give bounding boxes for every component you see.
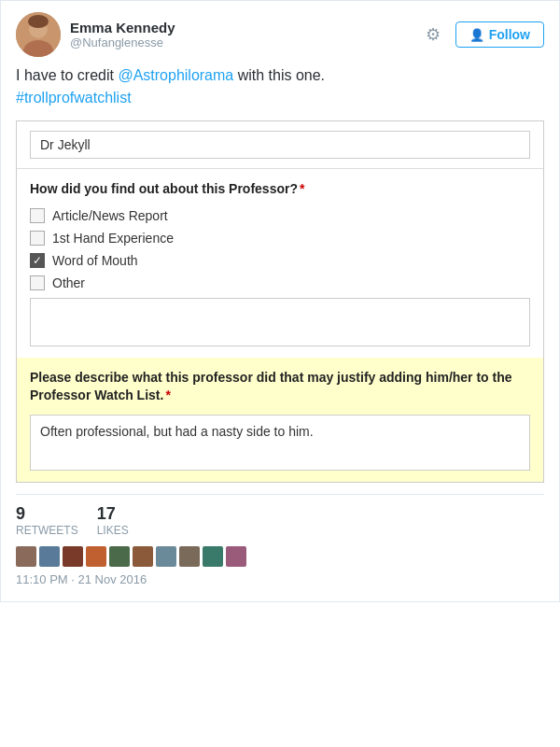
liker-avatar-2[interactable] [39, 546, 60, 567]
form-highlight-section: Please describe what this professor did … [17, 358, 543, 482]
form-other-textarea[interactable] [30, 298, 530, 346]
likes-count: 17 [97, 504, 129, 524]
tweet-text-part2: with this one. [233, 67, 325, 83]
checkbox-wordofmouth-label: Word of Mouth [52, 253, 138, 268]
username[interactable]: @Nufanglenesse [70, 35, 175, 49]
checkbox-firsthand-box[interactable] [30, 231, 45, 246]
liker-avatar-1[interactable] [16, 546, 36, 567]
liker-avatar-6[interactable] [133, 546, 153, 567]
follow-label: Follow [489, 27, 530, 42]
checkbox-firsthand-label: 1st Hand Experience [52, 231, 174, 246]
checkbox-wordofmouth-box[interactable]: ✓ [30, 253, 45, 268]
svg-point-3 [28, 15, 49, 28]
tweet-container: Emma Kennedy @Nufanglenesse ⚙ 👤 Follow I… [0, 0, 560, 602]
checkbox-article-box[interactable] [30, 208, 45, 223]
form-question2: Please describe what this professor did … [30, 369, 530, 405]
liker-avatar-5[interactable] [109, 546, 130, 567]
liker-avatar-7[interactable] [156, 546, 176, 567]
liker-avatar-8[interactable] [179, 546, 200, 567]
footer-bottom [16, 546, 544, 567]
retweets-label: RETWEETS [16, 524, 78, 537]
tweet-hashtag[interactable]: #trollprofwatchlist [16, 90, 132, 106]
tweet-timestamp: 11:10 PM · 21 Nov 2016 [16, 567, 544, 592]
checkbox-other-label: Other [52, 275, 85, 290]
form-name-section: Dr Jekyll [17, 121, 543, 169]
follow-button[interactable]: 👤 Follow [455, 21, 544, 48]
likes-label: LIKES [97, 524, 129, 537]
required-star1: * [300, 181, 304, 196]
required-star2: * [165, 388, 170, 402]
checkbox-article-label: Article/News Report [52, 208, 168, 223]
retweets-count: 9 [16, 504, 78, 524]
checkbox-other[interactable]: Other [30, 275, 530, 290]
tweet-text: I have to credit @Astrophilorama with th… [16, 64, 544, 109]
retweets-stat: 9 RETWEETS [16, 504, 78, 537]
liker-avatar-4[interactable] [86, 546, 106, 567]
checkbox-article[interactable]: Article/News Report [30, 208, 530, 223]
tweet-mention[interactable]: @Astrophilorama [118, 67, 233, 83]
header-left: Emma Kennedy @Nufanglenesse [16, 12, 175, 57]
checkbox-firsthand[interactable]: 1st Hand Experience [30, 231, 530, 246]
display-name[interactable]: Emma Kennedy [70, 20, 175, 35]
person-add-icon: 👤 [469, 28, 484, 42]
form-checkbox-section: How did you find out about this Professo… [17, 169, 543, 358]
embedded-form: Dr Jekyll How did you find out about thi… [16, 120, 544, 483]
gear-icon: ⚙ [426, 25, 441, 44]
avatar[interactable] [16, 12, 61, 57]
gear-button[interactable]: ⚙ [422, 21, 444, 49]
liker-avatar-9[interactable] [203, 546, 223, 567]
checkbox-other-box[interactable] [30, 275, 45, 290]
tweet-stats: 9 RETWEETS 17 LIKES [16, 504, 544, 537]
form-question1: How did you find out about this Professo… [30, 180, 530, 199]
tweet-footer: 9 RETWEETS 17 LIKES 11:10 PM · 2 [16, 494, 544, 601]
form-name-input[interactable]: Dr Jekyll [30, 131, 530, 159]
liker-avatar-10[interactable] [226, 546, 246, 567]
likers-avatars [16, 546, 246, 567]
likes-stat: 17 LIKES [97, 504, 129, 537]
tweet-header: Emma Kennedy @Nufanglenesse ⚙ 👤 Follow [16, 12, 544, 57]
tweet-text-part1: I have to credit [16, 67, 118, 83]
user-info: Emma Kennedy @Nufanglenesse [70, 20, 175, 49]
form-answer-box[interactable]: Often professional, but had a nasty side… [30, 415, 530, 471]
liker-avatar-3[interactable] [63, 546, 83, 567]
checkbox-wordofmouth[interactable]: ✓ Word of Mouth [30, 253, 530, 268]
header-right: ⚙ 👤 Follow [422, 21, 544, 49]
